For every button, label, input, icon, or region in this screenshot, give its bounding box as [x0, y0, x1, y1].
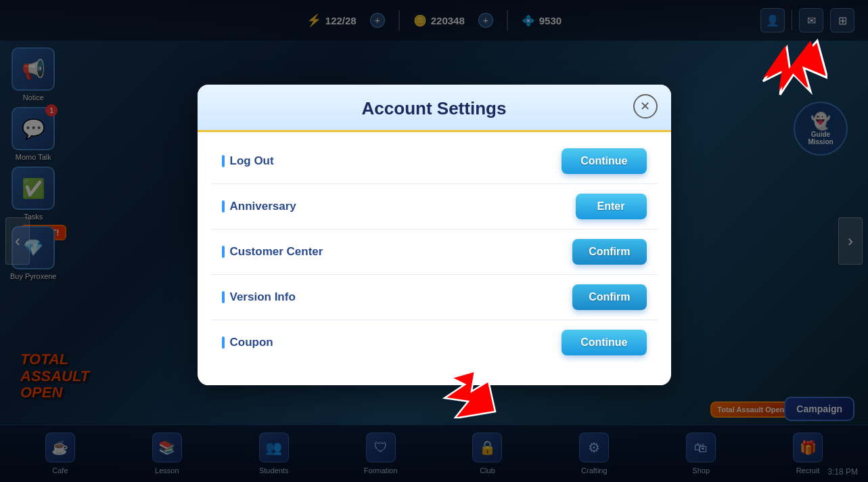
- account-settings-modal: Account Settings ✕ Log Out Continue Anni…: [198, 85, 671, 385]
- modal-title: Account Settings: [362, 98, 507, 118]
- version-info-label: Version Info: [222, 290, 296, 304]
- version-info-row: Version Info Confirm: [211, 275, 658, 320]
- logout-row: Log Out Continue: [211, 139, 658, 184]
- modal-body: Log Out Continue Anniversary Enter Custo…: [198, 132, 671, 372]
- logout-label: Log Out: [222, 154, 274, 168]
- customer-center-row: Customer Center Confirm: [211, 229, 658, 275]
- coupon-continue-button[interactable]: Continue: [562, 330, 646, 355]
- anniversary-label: Anniversary: [222, 200, 296, 213]
- logout-continue-button[interactable]: Continue: [562, 148, 646, 174]
- logout-accent: [222, 155, 225, 167]
- customer-center-label: Customer Center: [222, 245, 323, 259]
- modal-close-button[interactable]: ✕: [633, 94, 658, 118]
- coupon-label: Coupon: [222, 336, 273, 349]
- modal-header: Account Settings ✕: [198, 85, 671, 132]
- customer-center-confirm-button[interactable]: Confirm: [572, 239, 646, 265]
- coupon-accent: [222, 336, 225, 349]
- anniversary-enter-button[interactable]: Enter: [576, 194, 647, 219]
- anniversary-row: Anniversary Enter: [211, 184, 658, 229]
- version-info-confirm-button[interactable]: Confirm: [572, 284, 646, 310]
- anniversary-accent: [222, 200, 225, 213]
- coupon-row: Coupon Continue: [211, 320, 658, 365]
- customer-center-accent: [222, 246, 225, 258]
- version-info-accent: [222, 291, 225, 303]
